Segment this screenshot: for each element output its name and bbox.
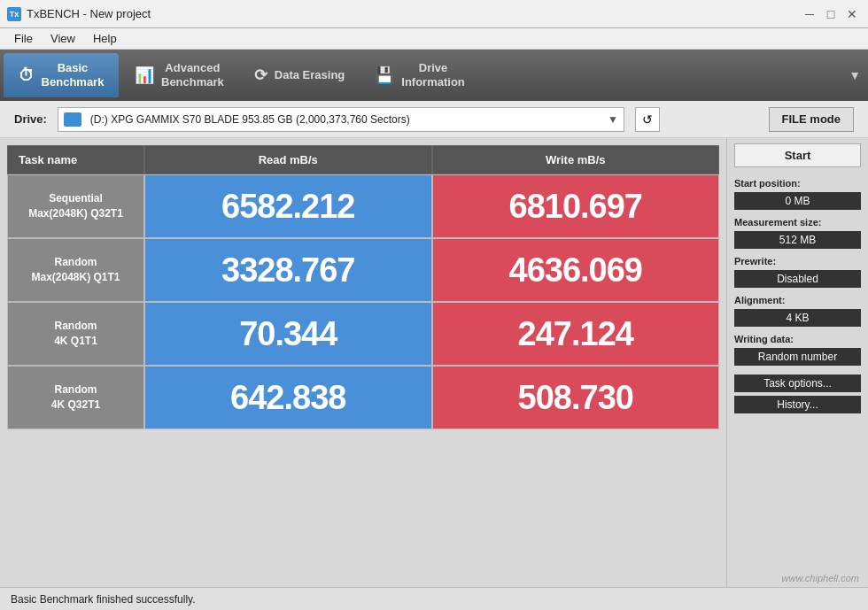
- prewrite-label: Prewrite:: [734, 256, 861, 266]
- table-row: Random4K Q1T1 70.344 247.124: [7, 302, 719, 366]
- benchmark-area: Task name Read mB/s Write mB/s Sequentia…: [0, 138, 726, 587]
- alignment-label: Alignment:: [734, 295, 861, 305]
- title-bar: Tx TxBENCH - New project ─ □ ✕: [0, 0, 868, 28]
- drive-select-icon: [64, 112, 81, 127]
- menu-help[interactable]: Help: [84, 30, 126, 47]
- table-header: Task name Read mB/s Write mB/s: [7, 145, 719, 174]
- tab-drive-information[interactable]: 💾 DriveInformation: [360, 53, 479, 97]
- write-value-0: 6810.697: [432, 174, 720, 238]
- measurement-size-value[interactable]: 512 MB: [734, 231, 861, 249]
- task-name-2: Random4K Q1T1: [7, 302, 144, 366]
- app-icon: Tx: [7, 7, 21, 21]
- write-value-2: 247.124: [432, 302, 720, 366]
- task-options-button[interactable]: Task options...: [734, 374, 861, 392]
- prewrite-value[interactable]: Disabled: [734, 270, 861, 288]
- start-button[interactable]: Start: [734, 143, 861, 167]
- writing-data-label: Writing data:: [734, 334, 861, 344]
- drive-select-text: (D:) XPG GAMMIX S70 BLADE 953.85 GB (2,0…: [64, 112, 410, 127]
- table-row: SequentialMax(2048K) Q32T1 6582.212 6810…: [7, 174, 719, 238]
- write-value-1: 4636.069: [432, 238, 720, 302]
- file-mode-button[interactable]: FILE mode: [769, 107, 854, 132]
- read-value-2: 70.344: [144, 302, 432, 366]
- tab-advanced-benchmark[interactable]: 📊 AdvancedBenchmark: [120, 53, 238, 97]
- toolbar-overflow-arrow[interactable]: ▼: [845, 68, 864, 82]
- read-value-0: 6582.212: [144, 174, 432, 238]
- task-name-1: RandomMax(2048K) Q1T1: [7, 238, 144, 302]
- status-bar: Basic Benchmark finished successfully.: [0, 587, 868, 610]
- write-value-3: 508.730: [432, 366, 720, 429]
- chevron-down-icon: ▼: [608, 113, 618, 126]
- tab-erase-label: Data Erasing: [275, 68, 345, 82]
- drive-selected-value: (D:) XPG GAMMIX S70 BLADE 953.85 GB (2,0…: [90, 113, 410, 126]
- col-header-write: Write mB/s: [432, 145, 720, 174]
- tab-advanced-label: AdvancedBenchmark: [161, 61, 224, 89]
- task-name-0: SequentialMax(2048K) Q32T1: [7, 174, 144, 238]
- table-row: RandomMax(2048K) Q1T1 3328.767 4636.069: [7, 238, 719, 302]
- tab-basic-label: BasicBenchmark: [42, 61, 105, 89]
- right-panel: Start Start position: 0 MB Measurement s…: [726, 138, 868, 587]
- col-header-task: Task name: [7, 145, 144, 174]
- main-content: Task name Read mB/s Write mB/s Sequentia…: [0, 138, 868, 587]
- watermark: www.chiphell.com: [782, 573, 859, 583]
- start-position-value[interactable]: 0 MB: [734, 192, 861, 210]
- history-button[interactable]: History...: [734, 396, 861, 413]
- tab-drive-label: DriveInformation: [401, 61, 465, 89]
- benchmark-table: Task name Read mB/s Write mB/s Sequentia…: [7, 145, 719, 429]
- close-button[interactable]: ✕: [843, 5, 861, 23]
- minimize-button[interactable]: ─: [801, 5, 818, 23]
- drive-info-button[interactable]: ↺: [635, 107, 660, 132]
- title-bar-controls: ─ □ ✕: [801, 5, 861, 23]
- read-value-3: 642.838: [144, 366, 432, 429]
- drive-label: Drive:: [14, 112, 47, 126]
- drive-icon: 💾: [375, 66, 394, 85]
- menu-file[interactable]: File: [5, 30, 42, 47]
- chart-icon: 📊: [135, 66, 154, 85]
- measurement-size-label: Measurement size:: [734, 217, 861, 228]
- drive-row: Drive: (D:) XPG GAMMIX S70 BLADE 953.85 …: [0, 101, 868, 138]
- window-title: TxBENCH - New project: [27, 7, 151, 20]
- menu-bar: File View Help: [0, 28, 868, 50]
- start-position-label: Start position:: [734, 178, 861, 189]
- drive-select[interactable]: (D:) XPG GAMMIX S70 BLADE 953.85 GB (2,0…: [58, 107, 624, 132]
- alignment-value[interactable]: 4 KB: [734, 309, 861, 327]
- maximize-button[interactable]: □: [822, 5, 840, 23]
- status-message: Basic Benchmark finished successfully.: [11, 593, 196, 606]
- clock-icon: ⏱: [19, 66, 35, 85]
- task-name-3: Random4K Q32T1: [7, 366, 144, 429]
- col-header-read: Read mB/s: [144, 145, 432, 174]
- toolbar: ⏱ BasicBenchmark 📊 AdvancedBenchmark ⟳ D…: [0, 50, 868, 101]
- menu-view[interactable]: View: [42, 30, 84, 47]
- tab-basic-benchmark[interactable]: ⏱ BasicBenchmark: [4, 53, 119, 97]
- table-row: Random4K Q32T1 642.838 508.730: [7, 366, 719, 429]
- writing-data-value[interactable]: Random number: [734, 348, 861, 366]
- erase-icon: ⟳: [254, 66, 267, 85]
- read-value-1: 3328.767: [144, 238, 432, 302]
- title-bar-left: Tx TxBENCH - New project: [7, 7, 151, 21]
- tab-data-erasing[interactable]: ⟳ Data Erasing: [240, 53, 359, 97]
